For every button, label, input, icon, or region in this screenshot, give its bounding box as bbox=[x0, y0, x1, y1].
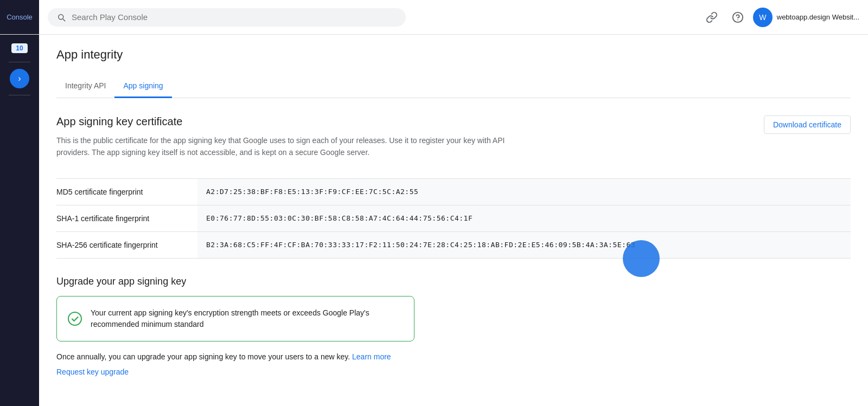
sha1-fingerprint-row: SHA-1 certificate fingerprint E0:76:77:8… bbox=[56, 205, 851, 231]
tab-app-signing[interactable]: App signing bbox=[114, 75, 171, 98]
top-header: Console W bbox=[0, 0, 868, 35]
fingerprint-table: MD5 certificate fingerprint A2:D7:25:38:… bbox=[56, 178, 851, 259]
sha1-label: SHA-1 certificate fingerprint bbox=[56, 205, 197, 231]
sha256-value: B2:3A:68:C5:FF:4F:CF:BA:70:33:33:17:F2:1… bbox=[197, 231, 851, 258]
sidebar-divider bbox=[9, 62, 30, 62]
search-input[interactable] bbox=[72, 12, 397, 22]
sidebar: 10 › bbox=[0, 35, 39, 406]
request-key-upgrade-link[interactable]: Request key upgrade bbox=[56, 368, 851, 376]
sidebar-scroll-button[interactable]: › bbox=[10, 69, 29, 88]
signing-cert-header: App signing key certificate This is the … bbox=[56, 115, 851, 172]
svg-point-1 bbox=[737, 19, 738, 20]
sha256-label: SHA-256 certificate fingerprint bbox=[56, 231, 197, 258]
tabs: Integrity API App signing bbox=[56, 75, 851, 98]
signing-cert-description: This is the public certificate for the a… bbox=[56, 134, 523, 159]
help-icon-button[interactable] bbox=[727, 7, 749, 28]
md5-label: MD5 certificate fingerprint bbox=[56, 178, 197, 205]
upgrade-note: Once annually, you can upgrade your app … bbox=[56, 352, 851, 361]
signing-cert-title-area: App signing key certificate This is the … bbox=[56, 115, 523, 172]
success-checkmark-icon bbox=[68, 312, 82, 326]
header-actions: W webtoapp.design Websit... bbox=[701, 7, 859, 28]
console-logo-text: Console bbox=[7, 13, 33, 22]
search-wrapper bbox=[48, 8, 406, 27]
svg-point-2 bbox=[68, 312, 81, 325]
sha1-value: E0:76:77:8D:55:03:0C:30:BF:58:C8:58:A7:4… bbox=[197, 205, 851, 231]
download-certificate-button[interactable]: Download certificate bbox=[764, 115, 851, 134]
upgrade-section-title: Upgrade your app signing key bbox=[56, 276, 851, 287]
account-info[interactable]: W webtoapp.design Websit... bbox=[753, 8, 859, 27]
learn-more-link[interactable]: Learn more bbox=[352, 352, 391, 361]
main-content: App integrity Integrity API App signing … bbox=[39, 35, 868, 406]
success-box: Your current app signing key's encryptio… bbox=[56, 296, 414, 341]
sidebar-logo-area: Console bbox=[0, 0, 39, 34]
search-icon bbox=[56, 12, 66, 22]
page-title: App integrity bbox=[56, 48, 851, 62]
account-name: webtoapp.design Websit... bbox=[777, 13, 859, 21]
sha256-fingerprint-row: SHA-256 certificate fingerprint B2:3A:68… bbox=[56, 231, 851, 258]
tab-integrity-api[interactable]: Integrity API bbox=[56, 75, 114, 98]
signing-cert-title: App signing key certificate bbox=[56, 115, 523, 128]
md5-value: A2:D7:25:38:BF:F8:E5:13:3F:F9:CF:EE:7C:5… bbox=[197, 178, 851, 205]
md5-fingerprint-row: MD5 certificate fingerprint A2:D7:25:38:… bbox=[56, 178, 851, 205]
sidebar-divider-2 bbox=[9, 95, 30, 95]
avatar[interactable]: W bbox=[753, 8, 773, 27]
sidebar-badge: 10 bbox=[11, 43, 27, 53]
search-bar[interactable] bbox=[48, 8, 406, 27]
link-icon-button[interactable] bbox=[701, 7, 723, 28]
success-message: Your current app signing key's encryptio… bbox=[91, 307, 403, 330]
